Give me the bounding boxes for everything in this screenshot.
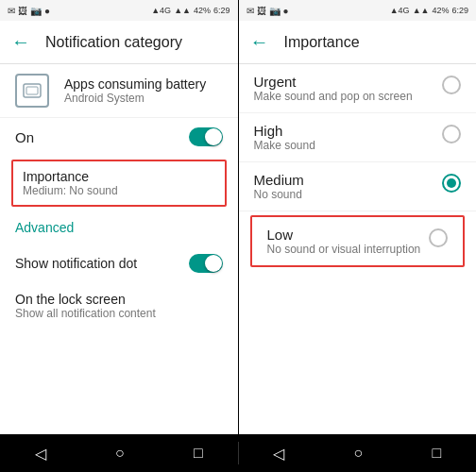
circle-icon: ● [44,6,50,16]
on-toggle-row: On [0,118,238,156]
nav-bar: ◁ ○ □ ◁ ○ □ [0,434,476,472]
right-page-title: Importance [284,34,360,51]
cam-icon: 📷 [30,6,42,16]
show-dot-info: Show notification dot [15,256,137,271]
right-nav: ◁ ○ □ [239,445,477,463]
battery-icon: 42% [194,6,211,15]
signal-icon: ▲4G [151,6,171,15]
right-top-bar: ← Importance [239,21,477,64]
wifi-icon-r: ▲▲ [413,6,430,15]
img-icon-r: 🖼 [257,6,266,16]
on-toggle[interactable] [189,127,223,146]
low-bordered-item: Low No sound or visual interruption [250,215,466,267]
msg-icon: ✉ [8,6,15,16]
urgent-info: Urgent Make sound and pop on screen [254,74,443,103]
on-label: On [15,129,34,145]
show-dot-toggle[interactable] [189,254,223,273]
left-top-bar: ← Notification category [0,21,238,64]
app-info: Apps consuming battery Android System [64,76,223,105]
svg-rect-1 [26,87,38,94]
lock-screen-info: On the lock screen Show all notification… [15,292,156,320]
right-screen: ✉ 🖼 📷 ● ▲4G ▲▲ 42% 6:29 ← Importance Urg… [239,0,477,434]
time-display-r: 6:29 [451,6,468,15]
low-label: Low [267,227,430,243]
left-home-nav[interactable]: ○ [115,445,125,462]
radio-item-high[interactable]: High Make sound [239,113,477,162]
importance-value: Medium: No sound [23,184,215,197]
right-home-nav[interactable]: ○ [354,445,364,462]
high-radio[interactable] [442,125,461,143]
show-dot-row: Show notification dot [0,244,238,282]
left-back-button[interactable]: ← [11,31,30,53]
lock-screen-row: On the lock screen Show all notification… [0,282,238,329]
left-status-bar: ✉ 🖼 📷 ● ▲4G ▲▲ 42% 6:29 [0,0,238,21]
medium-label: Medium [254,172,443,188]
show-dot-label: Show notification dot [15,256,137,271]
medium-sublabel: No sound [254,188,443,201]
importance-item[interactable]: Importance Medium: No sound [11,160,227,207]
left-recents-nav[interactable]: □ [194,445,203,462]
radio-item-medium[interactable]: Medium No sound [239,162,477,211]
right-status-icons: ✉ 🖼 📷 ● [246,6,289,16]
radio-item-low[interactable]: Low No sound or visual interruption [252,217,464,265]
app-system: Android System [64,92,223,105]
time-display: 6:29 [213,6,230,15]
radio-item-urgent[interactable]: Urgent Make sound and pop on screen [239,64,477,113]
low-radio[interactable] [429,228,448,247]
app-item: Apps consuming battery Android System [0,64,238,118]
app-icon [15,74,49,108]
left-nav: ◁ ○ □ [0,445,238,463]
lock-screen-value: Show all notification content [15,307,156,320]
right-recents-nav[interactable]: □ [433,445,442,462]
right-status-right: ▲4G ▲▲ 42% 6:29 [390,6,468,15]
advanced-link[interactable]: Advanced [0,211,238,244]
medium-radio[interactable] [442,174,461,193]
app-name: Apps consuming battery [64,76,223,92]
left-status-right: ▲4G ▲▲ 42% 6:29 [151,6,230,15]
signal-icon-r: ▲4G [390,6,410,15]
right-status-bar: ✉ 🖼 📷 ● ▲4G ▲▲ 42% 6:29 [239,0,477,21]
msg-icon-r: ✉ [246,6,254,16]
importance-label: Importance [23,169,215,184]
circle-icon-r: ● [283,6,289,16]
img-icon: 🖼 [18,6,27,16]
urgent-radio[interactable] [442,76,461,94]
high-label: High [254,123,443,139]
urgent-sublabel: Make sound and pop on screen [254,90,443,103]
wifi-icon: ▲▲ [174,6,191,15]
battery-icon-r: 42% [432,6,449,15]
low-sublabel: No sound or visual interruption [267,243,430,256]
high-sublabel: Make sound [254,139,443,152]
left-screen: ✉ 🖼 📷 ● ▲4G ▲▲ 42% 6:29 ← Notification c… [0,0,239,434]
cam-icon-r: 📷 [269,6,280,16]
medium-info: Medium No sound [254,172,443,201]
left-page-title: Notification category [45,34,182,51]
right-back-button[interactable]: ← [250,31,269,53]
right-back-nav[interactable]: ◁ [273,445,284,463]
toggle-knob [205,128,222,145]
high-info: High Make sound [254,123,443,152]
urgent-label: Urgent [254,74,443,90]
left-back-nav[interactable]: ◁ [35,445,46,463]
show-dot-knob [205,255,222,272]
lock-screen-label: On the lock screen [15,292,156,307]
left-status-icons: ✉ 🖼 📷 ● [8,6,50,16]
low-info: Low No sound or visual interruption [267,227,430,256]
